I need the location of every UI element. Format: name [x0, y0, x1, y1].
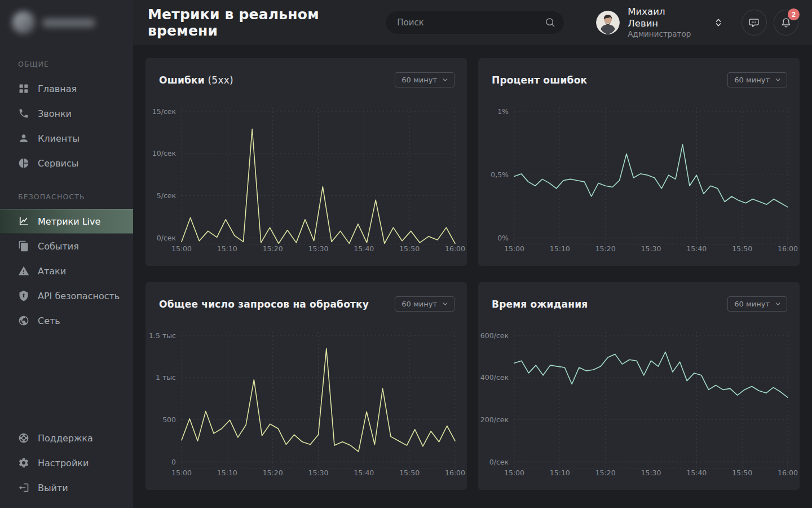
dashboard-panels: Ошибки (5xx)60 минут15:0015:1015:2015:30…: [133, 45, 812, 508]
y-axis-tick: 15/сек: [152, 107, 176, 116]
sidebar-section-label: ОБЩИЕ: [0, 60, 133, 68]
y-axis-tick: 0: [171, 458, 176, 466]
sidebar-nav: ОБЩИЕГлавнаяЗвонкиКлиентыСервисыБЕЗОПАСН…: [0, 45, 133, 333]
sidebar-item-label: Атаки: [38, 266, 66, 277]
sidebar-item-label: Сеть: [38, 316, 60, 326]
x-axis-tick: 15:10: [217, 244, 237, 253]
lifebuoy-icon: [18, 432, 29, 444]
sidebar-item-support[interactable]: Поддержка: [0, 426, 133, 450]
line-chart: 15:0015:1015:2015:3015:4015:5016:001%0,5…: [478, 100, 800, 262]
x-axis-tick: 15:10: [550, 468, 570, 477]
panel-header: Процент ошибок60 минут: [478, 58, 800, 87]
chart-panel-1: Ошибки (5xx)60 минут15:0015:1015:2015:30…: [145, 58, 467, 266]
sidebar-item-settings[interactable]: Настройки: [0, 450, 133, 475]
user-menu[interactable]: Михаил Левин Администратор: [596, 6, 722, 39]
sidebar-item-label: Клиенты: [38, 133, 80, 144]
y-axis-tick: 1%: [497, 107, 509, 116]
y-axis-tick: 5/сек: [157, 191, 176, 200]
time-range-select[interactable]: 60 минут: [395, 72, 454, 87]
globe-icon: [18, 315, 29, 326]
sidebar-item-label: Настройки: [38, 458, 89, 468]
time-range-value: 60 минут: [734, 76, 770, 84]
chart-panel-4: Время ожидания60 минут15:0015:1015:2015:…: [478, 282, 800, 490]
sidebar-item-clients[interactable]: Клиенты: [0, 126, 133, 151]
sidebar-item-events[interactable]: События: [0, 234, 133, 259]
sidebar-item-label: Метрики Live: [38, 216, 100, 227]
sidebar-item-label: Выйти: [38, 483, 68, 493]
x-axis-tick: 16:00: [445, 244, 465, 253]
y-axis-tick: 400/сек: [480, 373, 509, 382]
x-axis-tick: 15:10: [550, 244, 570, 253]
sidebar-footer: ПоддержкаНастройкиВыйти: [0, 426, 133, 508]
sidebar: ОБЩИЕГлавнаяЗвонкиКлиентыСервисыБЕЗОПАСН…: [0, 0, 133, 508]
line-chart: 15:0015:1015:2015:3015:4015:5016:0015/се…: [145, 100, 467, 262]
notification-badge: 2: [788, 8, 800, 20]
x-axis-tick: 15:20: [595, 468, 616, 477]
y-axis-tick: 600/сек: [480, 331, 509, 340]
avatar: [596, 11, 620, 34]
line-chart: 15:0015:1015:2015:3015:4015:5016:001.5 т…: [145, 324, 467, 487]
panel-header: Время ожидания60 минут: [478, 282, 800, 312]
search-input[interactable]: [385, 11, 564, 34]
y-axis-tick: 1.5 тыс: [149, 331, 176, 340]
x-axis-tick: 16:00: [778, 244, 798, 253]
layers-icon: [18, 240, 29, 252]
chart-title: Ошибки (5xx): [159, 75, 233, 86]
sidebar-item-attacks[interactable]: Атаки: [0, 259, 133, 283]
content: Метрики в реальном времени: [133, 0, 812, 508]
logo-text: [43, 19, 95, 27]
x-axis-tick: 15:30: [308, 244, 328, 253]
chart-panel-2: Процент ошибок60 минут15:0015:1015:2015:…: [478, 58, 800, 266]
chevron-down-icon: [442, 300, 449, 308]
sidebar-item-calls[interactable]: Звонки: [0, 101, 133, 126]
data-series-line: [514, 352, 788, 398]
notifications-button[interactable]: 2: [774, 10, 798, 36]
x-axis-tick: 15:30: [641, 468, 661, 477]
line-chart: 15:0015:1015:2015:3015:4015:5016:00600/с…: [478, 324, 800, 487]
user-meta: Михаил Левин Администратор: [628, 6, 694, 39]
chart-panel-3: Общее число запросов на обработку60 мину…: [145, 282, 467, 490]
phone-icon: [18, 108, 29, 119]
search-box: [385, 11, 564, 34]
sidebar-item-api-security[interactable]: API безопасность: [0, 283, 133, 308]
grid-icon: [18, 83, 29, 94]
time-range-value: 60 минут: [401, 76, 437, 84]
sidebar-item-logout[interactable]: Выйти: [0, 475, 133, 500]
x-axis-tick: 15:00: [171, 244, 192, 253]
logout-icon: [18, 482, 29, 493]
user-icon: [18, 133, 29, 144]
chart-title: Процент ошибок: [492, 75, 587, 86]
sidebar-item-network[interactable]: Сеть: [0, 308, 133, 333]
data-series-line: [182, 129, 455, 244]
x-axis-tick: 15:10: [217, 468, 237, 477]
y-axis-tick: 500: [162, 415, 176, 424]
x-axis-tick: 15:00: [504, 468, 524, 477]
time-range-select[interactable]: 60 минут: [727, 296, 787, 312]
chart-title: Общее число запросов на обработку: [159, 299, 369, 310]
sidebar-item-services[interactable]: Сервисы: [0, 151, 133, 176]
time-range-select[interactable]: 60 минут: [727, 72, 787, 87]
messages-button[interactable]: [742, 10, 766, 36]
gear-icon: [18, 457, 29, 468]
x-axis-tick: 15:20: [263, 244, 283, 253]
time-range-select[interactable]: 60 минут: [395, 296, 454, 312]
sidebar-item-metrics-live[interactable]: Метрики Live: [0, 209, 133, 234]
sidebar-item-label: Сервисы: [38, 158, 78, 169]
page-title: Метрики в реальном времени: [148, 6, 385, 39]
chevron-down-icon: [442, 76, 449, 84]
y-axis-tick: 0/сек: [489, 458, 509, 466]
x-axis-tick: 15:30: [641, 244, 661, 253]
sidebar-item-label: События: [38, 241, 79, 252]
panel-header: Ошибки (5xx)60 минут: [145, 58, 467, 87]
x-axis-tick: 15:40: [686, 244, 707, 253]
x-axis-tick: 15:30: [308, 468, 328, 477]
x-axis-tick: 15:20: [595, 244, 616, 253]
chevron-down-icon: [774, 76, 782, 84]
sidebar-item-label: Звонки: [38, 108, 72, 119]
sidebar-item-home[interactable]: Главная: [0, 76, 133, 101]
y-axis-tick: 200/сек: [480, 415, 509, 424]
y-axis-tick: 1 тыс: [156, 373, 176, 382]
time-range-value: 60 минут: [734, 300, 770, 308]
user-role: Администратор: [628, 29, 694, 39]
pie-icon: [18, 157, 29, 169]
